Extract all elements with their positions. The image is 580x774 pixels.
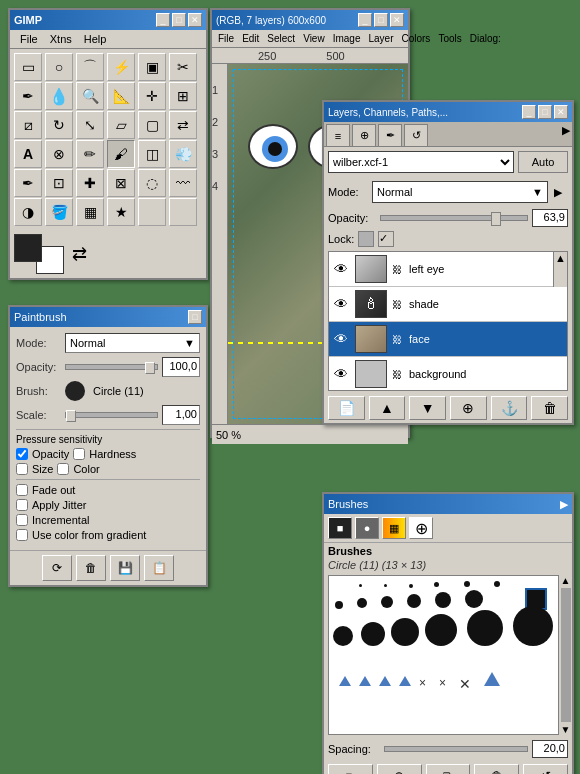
canvas-maximize[interactable]: □ — [374, 13, 388, 27]
brush-gradient[interactable]: ▦ — [382, 517, 406, 539]
color-checkbox[interactable] — [57, 463, 69, 475]
brush-new-btn[interactable]: ⊕ — [377, 764, 422, 774]
maximize-button[interactable]: □ — [172, 13, 186, 27]
layers-config-btn[interactable]: ▶ — [562, 124, 570, 146]
flip-tool[interactable]: ⇄ — [169, 111, 197, 139]
canvas-menu-edit[interactable]: Edit — [238, 31, 263, 46]
tab-layers[interactable]: ≡ — [326, 124, 350, 146]
layers-maximize[interactable]: □ — [538, 105, 552, 119]
opacity-value[interactable]: 63,9 — [532, 209, 568, 227]
layer-item-face[interactable]: 👁 ⛓ face — [329, 322, 567, 357]
canvas-close[interactable]: ✕ — [390, 13, 404, 27]
move-tool[interactable]: ✛ — [138, 82, 166, 110]
layer-item-lefteye[interactable]: 👁 ⛓ left eye ▲ — [329, 252, 567, 287]
brush-fg-color[interactable]: ■ — [328, 517, 352, 539]
reset-colors-icon[interactable]: ⇄ — [72, 243, 87, 265]
opacity-slider[interactable] — [65, 364, 158, 370]
brush-pattern[interactable]: ● — [355, 517, 379, 539]
options-reset-btn[interactable]: ⟳ — [42, 555, 72, 581]
layer-lower-btn[interactable]: ▼ — [409, 396, 446, 420]
layer-raise-btn[interactable]: ▲ — [369, 396, 406, 420]
canvas-minimize[interactable]: _ — [358, 13, 372, 27]
canvas-menu-image[interactable]: Image — [329, 31, 365, 46]
incremental-checkbox[interactable] — [16, 514, 28, 526]
layer-duplicate-btn[interactable]: ⊕ — [450, 396, 487, 420]
select-by-color-tool[interactable]: ▣ — [138, 53, 166, 81]
perspective-clone-tool[interactable]: ⊠ — [107, 169, 135, 197]
paths-tool[interactable]: ✒ — [14, 82, 42, 110]
blend-tool[interactable]: ▦ — [76, 198, 104, 226]
options-expand[interactable]: □ — [188, 310, 202, 324]
mode-expand[interactable]: ▶ — [554, 186, 568, 199]
use-gradient-checkbox[interactable] — [16, 529, 28, 541]
layer-visibility-shade[interactable]: 👁 — [329, 296, 353, 312]
canvas-menu-select[interactable]: Select — [263, 31, 299, 46]
smudge-tool[interactable]: 〰 — [169, 169, 197, 197]
options-save-btn[interactable]: 💾 — [110, 555, 140, 581]
dodge-tool[interactable]: ◑ — [14, 198, 42, 226]
menu-xtns[interactable]: Xtns — [44, 31, 78, 47]
lock-pixel-btn[interactable] — [358, 231, 374, 247]
layer-visibility-face[interactable]: 👁 — [329, 331, 353, 347]
opacity-value[interactable]: 100,0 — [162, 357, 200, 377]
tab-channels[interactable]: ⊕ — [352, 124, 376, 146]
shear-tool[interactable]: ▱ — [107, 111, 135, 139]
zoom-tool[interactable]: 🔍 — [76, 82, 104, 110]
apply-jitter-checkbox[interactable] — [16, 499, 28, 511]
layer-new-btn[interactable]: 📄 — [328, 396, 365, 420]
pencil-tool[interactable]: ✏ — [76, 140, 104, 168]
brushes-scrollbar[interactable]: ▲ ▼ — [558, 575, 572, 735]
lock-alpha-btn[interactable]: ✓ — [378, 231, 394, 247]
align-tool[interactable]: ⊞ — [169, 82, 197, 110]
options-restore-btn[interactable]: 📋 — [144, 555, 174, 581]
canvas-menu-view[interactable]: View — [299, 31, 329, 46]
close-button[interactable]: ✕ — [188, 13, 202, 27]
brushes-grid[interactable]: × × ✕ — [328, 575, 568, 735]
opacity-checkbox[interactable] — [16, 448, 28, 460]
layer-anchor-btn[interactable]: ⚓ — [491, 396, 528, 420]
ellipse-select-tool[interactable]: ○ — [45, 53, 73, 81]
text-tool[interactable]: A — [14, 140, 42, 168]
fg-bg-color-selector[interactable] — [14, 234, 64, 274]
canvas-menu-file[interactable]: File — [214, 31, 238, 46]
layer-item-shade[interactable]: 👁 🕯 ⛓ shade — [329, 287, 567, 322]
ink-tool[interactable]: ✒ — [14, 169, 42, 197]
layer-item-bg[interactable]: 👁 ⛓ background — [329, 357, 567, 391]
mode-select[interactable]: Normal ▼ — [65, 333, 200, 353]
brush-preview-icon[interactable] — [65, 381, 85, 401]
canvas-menu-dialogs[interactable]: Dialog: — [466, 31, 505, 46]
tab-paths[interactable]: ✒ — [378, 124, 402, 146]
scale-value[interactable]: 1,00 — [162, 405, 200, 425]
hardness-checkbox[interactable] — [73, 448, 85, 460]
crop-tool[interactable]: ⧄ — [14, 111, 42, 139]
canvas-menu-layer[interactable]: Layer — [364, 31, 397, 46]
mode-select[interactable]: Normal ▼ — [372, 181, 548, 203]
tab-history[interactable]: ↺ — [404, 124, 428, 146]
canvas-menu-colors[interactable]: Colors — [397, 31, 434, 46]
layer-visibility-lefteye[interactable]: 👁 — [329, 261, 353, 277]
menu-file[interactable]: File — [14, 31, 44, 47]
scale-tool[interactable]: ⤡ — [76, 111, 104, 139]
brush-edit-btn[interactable]: ✏ — [328, 764, 373, 774]
layer-visibility-bg[interactable]: 👁 — [329, 366, 353, 382]
fg-color-box[interactable] — [14, 234, 42, 262]
brushes-expand-btn[interactable]: ▶ — [560, 498, 568, 511]
perspective-tool[interactable]: ▢ — [138, 111, 166, 139]
canvas-menu-tools[interactable]: Tools — [434, 31, 465, 46]
fade-out-checkbox[interactable] — [16, 484, 28, 496]
layers-minimize[interactable]: _ — [522, 105, 536, 119]
brush-duplicate-btn[interactable]: ⧉ — [426, 764, 471, 774]
heal-tool[interactable]: ✚ — [76, 169, 104, 197]
brush-active[interactable]: ⊕ — [409, 517, 433, 539]
scissors-tool[interactable]: ✂ — [169, 53, 197, 81]
brush-delete-btn[interactable]: 🗑 — [474, 764, 519, 774]
bucket-fill-tool[interactable]: 🪣 — [45, 198, 73, 226]
menu-help[interactable]: Help — [78, 31, 113, 47]
minimize-button[interactable]: _ — [156, 13, 170, 27]
spacing-value[interactable]: 20,0 — [532, 740, 568, 758]
opacity-slider[interactable] — [380, 215, 528, 221]
rect-select-tool[interactable]: ▭ — [14, 53, 42, 81]
color-balance-tool[interactable]: ⊗ — [45, 140, 73, 168]
scale-slider[interactable] — [65, 412, 158, 418]
blur-tool[interactable]: ◌ — [138, 169, 166, 197]
